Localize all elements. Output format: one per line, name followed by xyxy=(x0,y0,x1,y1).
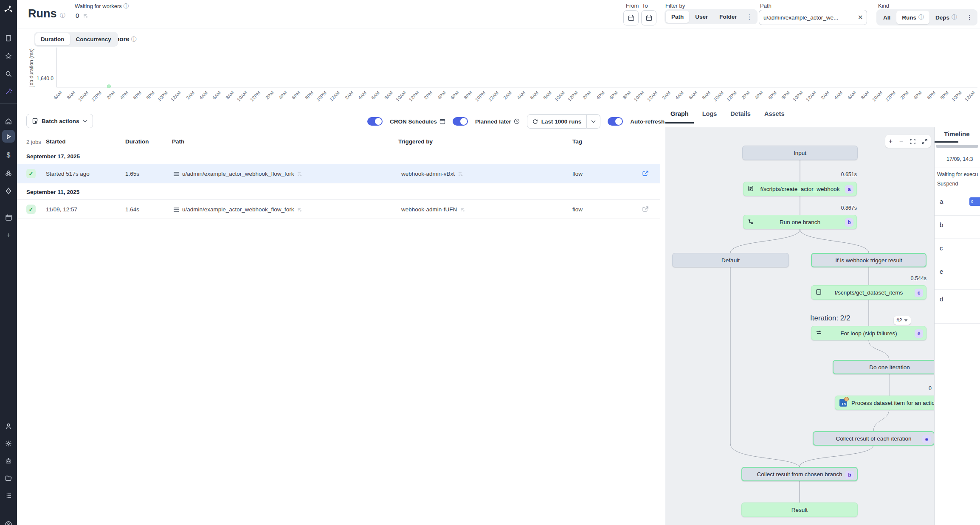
planned-later-label: Planned later xyxy=(475,118,520,125)
iteration-picker[interactable]: #2 xyxy=(894,316,911,325)
cell-tag: flow xyxy=(572,171,583,177)
batch-actions-button[interactable]: Batch actions xyxy=(26,114,93,128)
x-tick-label: 2PM xyxy=(265,90,275,100)
star-icon[interactable] xyxy=(0,50,17,62)
hamburger-icon xyxy=(173,207,179,212)
from-date-button[interactable] xyxy=(623,10,639,25)
calendar-icon[interactable] xyxy=(0,211,17,223)
sidebar-divider xyxy=(0,103,17,104)
tab-kind-runs[interactable]: Runsⓘ xyxy=(896,11,929,24)
folder-icon[interactable] xyxy=(0,472,17,484)
filter-plus-icon[interactable] xyxy=(460,207,465,212)
play-runs-icon[interactable] xyxy=(0,131,17,143)
zoom-in-icon[interactable]: + xyxy=(889,138,893,145)
step-badge: e xyxy=(915,329,923,338)
auto-refresh-toggle[interactable] xyxy=(608,117,623,126)
runs-range-control: Last 1000 runs xyxy=(527,114,601,129)
node-process-dataset-item[interactable]: TS Process dataset item for an action xyxy=(835,396,934,410)
tab-details[interactable]: Details xyxy=(725,107,756,124)
col-triggered-by[interactable]: Triggered by xyxy=(398,138,433,145)
timeline-title[interactable]: Timeline xyxy=(944,130,970,138)
person-icon[interactable] xyxy=(0,420,17,432)
cell-path[interactable]: u/admin/example_actor_webhook_flow_fork xyxy=(173,206,302,213)
tab-kind-all[interactable]: All xyxy=(878,11,896,24)
x-tick-label: 4AM xyxy=(833,90,843,100)
filter-plus-icon[interactable] xyxy=(297,207,302,212)
plus-icon[interactable]: + xyxy=(0,229,17,241)
path-filter-input[interactable] xyxy=(759,10,867,25)
dollar-icon[interactable]: $ xyxy=(0,149,17,161)
cell-path[interactable]: u/admin/example_actor_webhook_flow_fork xyxy=(173,171,302,177)
kind-label: Kind xyxy=(878,3,889,9)
node-create-actor-webhook[interactable]: f/scripts/create_actor_webhook a xyxy=(743,182,857,196)
list-icon[interactable] xyxy=(0,490,17,502)
open-run-external-icon[interactable] xyxy=(642,206,649,213)
run-dot[interactable] xyxy=(107,84,111,88)
node-input[interactable]: Input xyxy=(742,146,858,160)
x-tick-label: 4PM xyxy=(754,90,764,100)
filter-plus-icon[interactable] xyxy=(458,171,463,177)
step-badge: a xyxy=(845,185,853,194)
node-collect-result-branch[interactable]: Collect result from chosen branch b xyxy=(741,467,858,481)
kebab-menu-icon[interactable]: ⋮ xyxy=(963,14,976,21)
expand-icon[interactable] xyxy=(922,139,927,144)
to-date-button[interactable] xyxy=(641,10,656,25)
timeline-scrollbar[interactable] xyxy=(936,145,978,148)
zoom-out-icon[interactable]: − xyxy=(899,138,903,145)
open-run-external-icon[interactable] xyxy=(642,170,649,177)
filter-plus-icon[interactable] xyxy=(83,13,88,18)
x-tick-label: 10AM xyxy=(77,90,90,102)
tab-kind-deps[interactable]: Depsⓘ xyxy=(930,11,963,24)
x-tick-label: 8AM xyxy=(225,90,235,100)
node-collect-result-iteration[interactable]: Collect result of each iteration e xyxy=(813,431,934,446)
avatar[interactable] xyxy=(0,519,17,525)
step-badge: b xyxy=(845,218,853,227)
cron-schedules-toggle[interactable] xyxy=(367,117,383,126)
windmill-logo-icon[interactable] xyxy=(0,3,17,15)
magic-wand-icon[interactable] xyxy=(0,86,17,98)
col-path[interactable]: Path xyxy=(172,138,184,145)
worker-group-icon[interactable] xyxy=(0,167,17,179)
x-tick-label: 8PM xyxy=(145,90,155,100)
kebab-menu-icon[interactable]: ⋮ xyxy=(743,13,756,21)
search-icon[interactable] xyxy=(0,68,17,80)
info-icon[interactable]: ⓘ xyxy=(60,12,65,19)
table-row[interactable] xyxy=(17,164,660,183)
tab-filter-user[interactable]: User xyxy=(690,11,713,23)
info-icon[interactable]: ⓘ xyxy=(123,3,129,9)
col-tag[interactable]: Tag xyxy=(572,138,582,145)
tab-graph[interactable]: Graph xyxy=(665,107,694,124)
tab-filter-path[interactable]: Path xyxy=(666,11,689,23)
node-for-loop[interactable]: For loop (skip failures) e xyxy=(811,326,926,340)
x-tick-label: 2AM xyxy=(820,90,830,100)
planned-later-toggle[interactable] xyxy=(453,117,468,126)
col-duration[interactable]: Duration xyxy=(125,138,149,145)
cron-schedules-label: CRON Schedules xyxy=(390,118,445,125)
flow-graph-canvas[interactable]: + − Input 0.651s f/scripts/create_actor_… xyxy=(665,127,934,525)
fit-view-icon[interactable] xyxy=(910,139,915,144)
table-row[interactable] xyxy=(17,200,660,219)
node-result[interactable]: Result xyxy=(741,503,858,517)
timeline-bar[interactable]: 0 xyxy=(969,197,980,206)
clear-path-icon[interactable]: ✕ xyxy=(858,14,863,21)
tab-assets[interactable]: Assets xyxy=(759,107,790,124)
node-do-one-iteration[interactable]: Do one iteration xyxy=(833,360,934,374)
building-icon[interactable] xyxy=(0,32,17,44)
home-icon[interactable] xyxy=(0,115,17,127)
variable-gem-icon[interactable] xyxy=(0,185,17,197)
robot-icon[interactable] xyxy=(0,455,17,467)
runs-range-dropdown[interactable] xyxy=(587,114,600,129)
tab-filter-folder[interactable]: Folder xyxy=(714,11,742,23)
col-started[interactable]: Started xyxy=(46,138,66,145)
filter-plus-icon[interactable] xyxy=(297,171,302,177)
gear-icon[interactable] xyxy=(0,438,17,449)
node-default-branch[interactable]: Default xyxy=(672,253,789,267)
runs-range-button[interactable]: Last 1000 runs xyxy=(527,114,587,129)
x-tick-label: 4AM xyxy=(198,90,208,100)
tab-concurrency[interactable]: Concurrency xyxy=(70,33,117,45)
node-if-branch[interactable]: If is webhook trigger result xyxy=(811,253,926,267)
node-run-one-branch[interactable]: Run one branch b xyxy=(743,215,857,229)
tab-duration[interactable]: Duration xyxy=(35,33,70,45)
tab-logs[interactable]: Logs xyxy=(697,107,722,124)
node-get-dataset-items[interactable]: f/scripts/get_dataset_items c xyxy=(811,285,926,300)
